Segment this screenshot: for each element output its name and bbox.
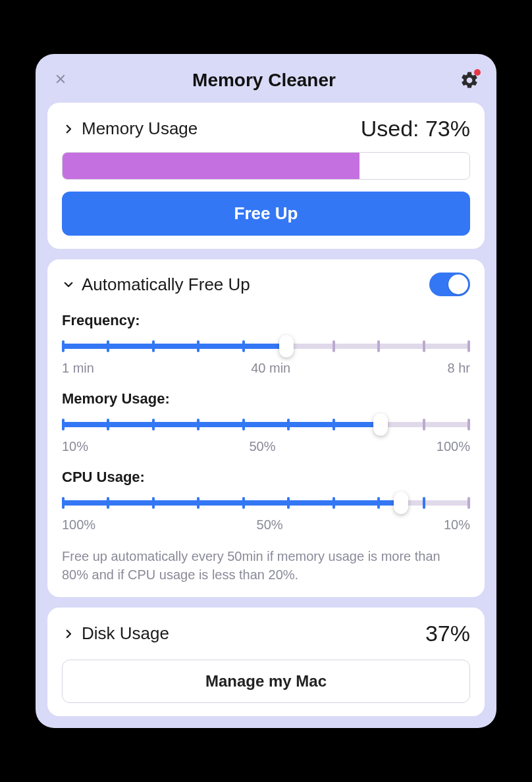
memory-usage-header[interactable]: Memory Usage <box>62 118 198 139</box>
memory-usage-max-label: 100% <box>437 439 470 454</box>
disk-usage-header[interactable]: Disk Usage <box>62 623 169 644</box>
auto-free-up-card: Automatically Free Up Frequency: 1 min 4… <box>47 259 485 597</box>
app-window: Memory Cleaner Memory Usage Used: 73% Fr… <box>36 54 496 728</box>
frequency-slider-group: Frequency: 1 min 40 min 8 hr <box>62 312 470 376</box>
slider-thumb[interactable] <box>279 335 294 357</box>
free-up-button[interactable]: Free Up <box>62 192 470 236</box>
slider-thumb[interactable] <box>394 492 408 514</box>
auto-free-up-header[interactable]: Automatically Free Up <box>62 274 250 295</box>
memory-used-value: Used: 73% <box>361 116 470 142</box>
auto-free-up-toggle[interactable] <box>429 273 470 296</box>
frequency-label: Frequency: <box>62 312 470 329</box>
disk-usage-card: Disk Usage 37% Manage my Mac <box>47 608 485 716</box>
cpu-usage-slider[interactable] <box>62 494 470 512</box>
cpu-usage-slider-label: CPU Usage: <box>62 469 470 486</box>
memory-usage-title: Memory Usage <box>82 118 198 139</box>
cpu-usage-min-label: 100% <box>62 517 95 533</box>
disk-usage-value: 37% <box>425 621 470 646</box>
auto-free-up-title: Automatically Free Up <box>82 274 250 295</box>
memory-progress-fill <box>63 153 359 179</box>
memory-progress-bar <box>62 152 470 180</box>
cpu-usage-mid-label: 50% <box>257 517 283 533</box>
cpu-usage-slider-group: CPU Usage: 100% 50% 10% <box>62 469 470 533</box>
memory-usage-slider-label: Memory Usage: <box>62 390 470 407</box>
titlebar: Memory Cleaner <box>47 66 485 103</box>
memory-usage-slider[interactable] <box>62 415 470 434</box>
cpu-usage-max-label: 10% <box>444 517 470 533</box>
manage-mac-button[interactable]: Manage my Mac <box>62 660 470 703</box>
window-title: Memory Cleaner <box>192 70 336 91</box>
frequency-slider[interactable] <box>62 337 470 355</box>
close-icon <box>55 73 66 85</box>
auto-summary-text: Free up automatically every 50min if mem… <box>62 547 470 584</box>
notification-dot-icon <box>474 69 481 76</box>
chevron-down-icon <box>62 278 75 291</box>
chevron-right-icon <box>62 627 75 640</box>
slider-thumb[interactable] <box>373 413 388 436</box>
close-button[interactable] <box>53 72 68 89</box>
memory-usage-min-label: 10% <box>62 439 88 454</box>
frequency-min-label: 1 min <box>62 361 94 376</box>
settings-button[interactable] <box>460 70 479 90</box>
frequency-max-label: 8 hr <box>448 361 470 376</box>
memory-usage-card: Memory Usage Used: 73% Free Up <box>47 103 485 249</box>
frequency-mid-label: 40 min <box>251 361 290 376</box>
toggle-knob <box>448 274 468 294</box>
chevron-right-icon <box>62 122 75 136</box>
disk-usage-title: Disk Usage <box>82 623 169 644</box>
memory-usage-slider-group: Memory Usage: 10% 50% 100% <box>62 390 470 454</box>
memory-usage-mid-label: 50% <box>249 439 275 454</box>
